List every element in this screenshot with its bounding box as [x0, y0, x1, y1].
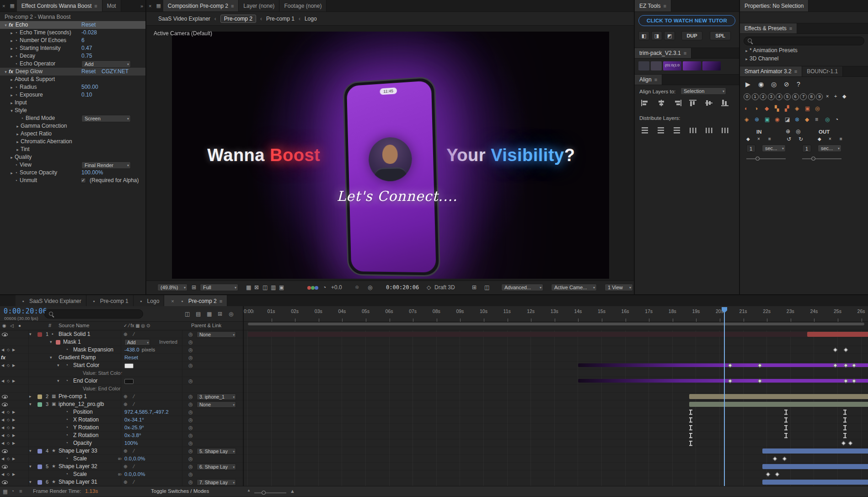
keyframe-icon[interactable]: [833, 348, 837, 352]
parent-dropdown[interactable]: None: [197, 331, 236, 338]
effect-row-echo-operator[interactable]: ◔Echo OperatorAdd: [0, 60, 145, 68]
preset-icon[interactable]: ◉: [775, 116, 779, 123]
property-name[interactable]: Scale: [73, 455, 87, 462]
effect-row-source-opacity[interactable]: ▸◔Source Opacity100.00%: [0, 169, 145, 177]
stopwatch-icon[interactable]: ◔: [65, 408, 68, 416]
guides-icon[interactable]: ▥: [271, 284, 276, 291]
digit-0-button[interactable]: 0: [744, 93, 750, 100]
property-value[interactable]: 0.10: [81, 91, 92, 99]
property-value[interactable]: 0x-34.1°: [124, 416, 144, 423]
view-dropdown[interactable]: Final Render: [81, 162, 131, 169]
layer-color-swatch[interactable]: [38, 449, 42, 454]
add-keyframe-icon[interactable]: ◇: [7, 432, 10, 439]
property-value[interactable]: 100.00%: [81, 169, 103, 177]
tab-motion[interactable]: Mot: [102, 0, 121, 11]
expand-arrow-icon[interactable]: ▾: [29, 463, 32, 470]
preset-icon[interactable]: ◈: [795, 105, 799, 112]
reset-link[interactable]: Reset: [124, 354, 138, 361]
effect-row-unmult[interactable]: ◔Unmult✓(Required for Alpha): [0, 177, 145, 184]
prev-keyframe-icon[interactable]: ◀: [1, 455, 4, 463]
align-v-center-icon[interactable]: [705, 100, 713, 108]
next-keyframe-icon[interactable]: ▶: [12, 346, 15, 354]
expand-arrow-icon[interactable]: ▾: [50, 338, 52, 346]
stopwatch-icon[interactable]: ◔: [65, 470, 68, 478]
effects-search-field[interactable]: [744, 37, 864, 45]
preview-timecode[interactable]: 0:00:20:06: [386, 284, 419, 291]
zoom-out-icon[interactable]: ▲: [247, 488, 251, 492]
stopwatch-icon[interactable]: ◔: [65, 416, 68, 423]
toggle-switches-button[interactable]: Toggle Switches / Modes: [151, 488, 209, 494]
effect-row-number-of-echoes[interactable]: ▸◔Number Of Echoes6: [0, 37, 145, 44]
in-strength-slider[interactable]: [746, 158, 786, 159]
breadcrumb-item-pre-comp-1[interactable]: Pre-comp 1: [266, 16, 295, 22]
add-keyframe-icon[interactable]: ◇: [7, 346, 10, 354]
layer-duration-bar[interactable]: [578, 363, 868, 367]
expand-arrow-icon[interactable]: ▸: [29, 393, 32, 400]
twirl-arrow-icon[interactable]: ▸: [9, 45, 15, 53]
property-value[interactable]: 6: [81, 37, 85, 44]
pick-whip-icon[interactable]: ◎: [188, 463, 193, 470]
digit-5-button[interactable]: 5: [784, 93, 791, 100]
frame-blend-icon[interactable]: ⊞: [218, 311, 222, 317]
twirl-arrow-icon[interactable]: ▸: [9, 169, 15, 177]
visibility-eye-icon[interactable]: [2, 395, 8, 399]
preset-icon[interactable]: ◪: [785, 116, 790, 123]
layer-name[interactable]: iphone_12_pro.glb: [59, 400, 104, 408]
layer-name[interactable]: Pre-comp 1: [59, 393, 87, 400]
keyframe-marker-icon[interactable]: [843, 425, 847, 430]
draft-3d-icon[interactable]: ▤: [196, 311, 201, 317]
property-name[interactable]: Mask Expansion: [73, 346, 113, 353]
property-value[interactable]: 0.0,0.0%: [124, 455, 145, 462]
preset-icon[interactable]: ◆: [765, 105, 769, 112]
in-remove-icon[interactable]: ×: [757, 136, 760, 141]
digit-4-button[interactable]: 4: [776, 93, 782, 100]
twirl-arrow-icon[interactable]: ▸: [15, 123, 21, 130]
loop-cw-icon[interactable]: ↻: [798, 136, 803, 142]
dist-right-icon[interactable]: [721, 127, 729, 135]
breadcrumb-item-logo[interactable]: Logo: [305, 16, 317, 22]
out-ease-icon[interactable]: ◆: [818, 136, 821, 141]
digit-7-button[interactable]: 7: [800, 93, 807, 100]
tab-close-icon[interactable]: ×: [169, 298, 176, 304]
twirl-arrow-icon[interactable]: ▸: [9, 76, 15, 84]
inverted-checkbox-label[interactable]: Inverted: [159, 338, 177, 346]
stopwatch-icon[interactable]: ◔: [15, 170, 17, 175]
pick-whip-icon[interactable]: ◎: [188, 362, 193, 369]
add-keyframe-icon[interactable]: ⊕: [786, 128, 790, 135]
panel-menu-icon[interactable]: ≡: [231, 3, 234, 9]
digit-2-button[interactable]: 2: [760, 93, 766, 100]
group-name[interactable]: Mask 1: [63, 338, 81, 346]
effect-row-view[interactable]: ◔ViewFinal Render: [0, 161, 145, 169]
effect-row-radius[interactable]: ▸◔Radius500.00: [0, 83, 145, 91]
keyframe-marker-icon[interactable]: [843, 433, 847, 438]
layer-duration-bar[interactable]: [689, 394, 868, 399]
presets-item-3d-channel[interactable]: ▸3D Channel: [744, 55, 778, 62]
twirl-arrow-icon[interactable]: ▾: [9, 107, 15, 115]
renderer-dropdown[interactable]: Advanced...: [501, 284, 543, 291]
tab-overflow-icon[interactable]: »: [138, 0, 145, 11]
dist-left-icon[interactable]: [689, 127, 697, 135]
grid-options-icon[interactable]: ◫: [484, 284, 489, 291]
composition-view-area[interactable]: Active Camera (Default) Wanna Boost Your…: [146, 26, 634, 281]
tab-footage[interactable]: Footage (none): [279, 0, 327, 11]
layer-color-swatch[interactable]: [38, 465, 42, 469]
digit-9-button[interactable]: 9: [816, 93, 823, 100]
digit-extra-icon[interactable]: ×: [826, 93, 829, 99]
effect-row-starting-intensity[interactable]: ▸◔Starting Intensity0.47: [0, 44, 145, 52]
ban-icon[interactable]: ⊘: [784, 81, 789, 88]
zoom-in-icon[interactable]: ▲: [290, 488, 295, 494]
pick-whip-icon[interactable]: ◎: [188, 330, 193, 338]
twirl-arrow-icon[interactable]: ▸: [9, 84, 15, 92]
preset-icon[interactable]: ◎: [815, 105, 820, 112]
target-icon[interactable]: ◎: [796, 128, 800, 135]
keyframe-marker-icon[interactable]: [689, 417, 692, 422]
stopwatch-icon[interactable]: ◔: [65, 432, 68, 439]
keyframe-icon[interactable]: [782, 457, 787, 461]
add-keyframe-icon[interactable]: ◇: [7, 378, 10, 385]
keyframe-icon[interactable]: [844, 348, 848, 352]
pick-whip-icon[interactable]: ◎: [188, 432, 193, 439]
add-keyframe-icon[interactable]: ◇: [7, 455, 10, 463]
preset-icon[interactable]: ▣: [805, 105, 810, 112]
keyframe-icon[interactable]: [773, 457, 777, 461]
reset-link[interactable]: Reset: [81, 21, 96, 29]
